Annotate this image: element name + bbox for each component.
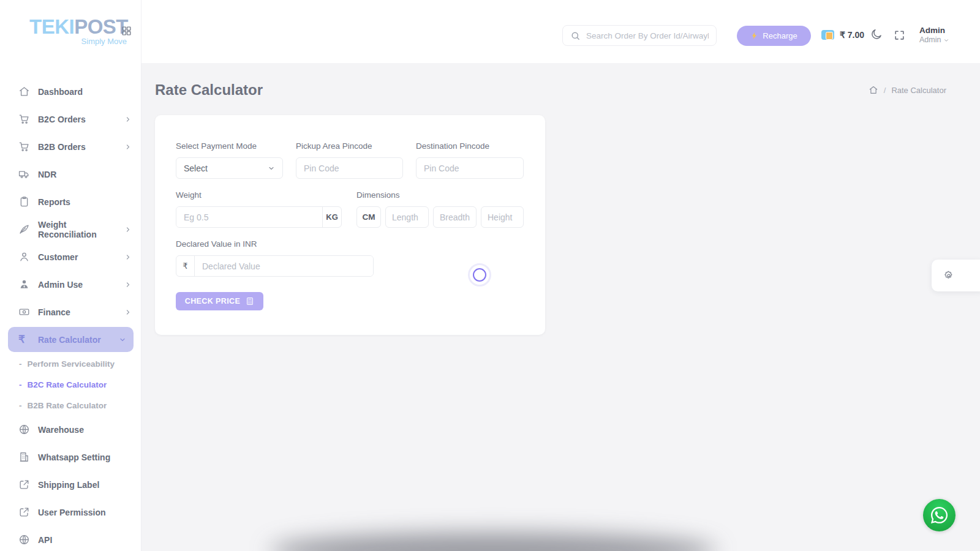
sidebar-subitem-perform-serviceability[interactable]: - Perform Serviceability <box>0 353 141 374</box>
truck-icon <box>18 168 30 180</box>
weight-unit-addon: KG <box>322 207 341 227</box>
home-icon <box>869 85 878 95</box>
sidebar-item-warehouse[interactable]: Warehouse <box>0 416 141 443</box>
sidebar-item-rate-calculator[interactable]: ₹ Rate Calculator <box>8 327 134 352</box>
fullscreen-icon <box>894 29 905 41</box>
chevron-right-icon <box>124 143 132 151</box>
chevron-down-icon <box>943 37 949 43</box>
dimensions-label: Dimensions <box>356 190 524 200</box>
sidebar-item-ndr[interactable]: NDR <box>0 160 141 188</box>
clipboard-icon <box>18 196 30 208</box>
breadcrumb-home[interactable] <box>869 85 878 95</box>
declared-value-input[interactable] <box>195 256 373 276</box>
payment-mode-label: Select Payment Mode <box>176 141 283 151</box>
rupee-icon: ₹ <box>18 333 30 346</box>
loading-spinner-ring <box>473 268 486 282</box>
check-price-button[interactable]: CHECK PRICE <box>176 292 263 310</box>
sidebar-item-b2b-orders[interactable]: B2B Orders <box>0 133 141 160</box>
banknote-icon <box>18 306 30 318</box>
main-content: Rate Calculator / Rate Calculator Select… <box>141 63 980 551</box>
theme-settings-button[interactable] <box>932 260 980 291</box>
calculator-icon <box>246 297 254 305</box>
breadcrumb: / Rate Calculator <box>869 85 946 95</box>
sidebar-subitem-label: Perform Serviceability <box>28 359 115 369</box>
whatsapp-icon <box>930 506 949 525</box>
declared-value-group: ₹ <box>176 255 374 277</box>
destination-pincode-label: Destination Pincode <box>416 141 524 151</box>
length-input[interactable] <box>385 206 429 228</box>
sidebar-subitem-b2b-rate-calculator[interactable]: - B2B Rate Calculator <box>0 395 141 416</box>
dash-marker: - <box>19 401 22 410</box>
sidebar-collapse-toggle[interactable] <box>121 26 132 36</box>
sidebar-item-label: Reports <box>38 197 132 207</box>
brand-name-secondary: POST <box>74 15 128 38</box>
building-icon <box>18 451 30 463</box>
wallet-balance: ₹ 7.00 <box>840 30 864 40</box>
recharge-button[interactable]: Recharge <box>737 26 811 46</box>
brand-logo[interactable]: TEKIPOST Simply Move <box>29 16 128 46</box>
quill-icon <box>18 223 30 235</box>
sidebar-item-customer[interactable]: Customer <box>0 243 141 271</box>
sidebar-item-b2c-orders[interactable]: B2C Orders <box>0 105 141 133</box>
lightning-icon <box>750 31 758 40</box>
chevron-down-icon <box>268 165 275 172</box>
external-link-icon <box>18 479 30 490</box>
whatsapp-chat-button[interactable] <box>923 499 956 531</box>
external-link-icon <box>18 506 30 518</box>
sidebar-item-dashboard[interactable]: Dashboard <box>0 78 141 105</box>
globe-icon <box>18 534 30 545</box>
chevron-right-icon <box>124 116 132 123</box>
globe-icon <box>18 424 30 435</box>
pickup-pincode-label: Pickup Area Pincode <box>296 141 403 151</box>
pickup-pincode-input[interactable] <box>296 157 403 179</box>
chevron-right-icon <box>124 309 132 316</box>
home-icon <box>18 86 30 97</box>
sidebar-subitem-label: B2C Rate Calculator <box>28 380 107 389</box>
chevron-right-icon <box>124 281 132 288</box>
fullscreen-toggle[interactable] <box>894 29 905 41</box>
destination-pincode-input[interactable] <box>416 157 524 179</box>
rate-calculator-card: Select Payment Mode Select Pickup Area P… <box>155 115 545 335</box>
rupee-addon: ₹ <box>176 256 195 276</box>
sidebar-item-shipping-label[interactable]: Shipping Label <box>0 471 141 498</box>
sidebar-item-user-permission[interactable]: User Permission <box>0 498 141 526</box>
sidebar-item-admin-use[interactable]: Admin Use <box>0 271 141 298</box>
user-icon <box>18 251 30 263</box>
sidebar-nav: Dashboard B2C Orders B2B Orders NDR Repo… <box>0 78 141 551</box>
user-menu[interactable]: Admin Admin <box>919 26 949 45</box>
breadcrumb-current: Rate Calculator <box>891 86 946 95</box>
sidebar-item-weight-reconciliation[interactable]: Weight Reconciliation <box>0 216 141 243</box>
sidebar: TEKIPOST Simply Move Dashboard B2C Order… <box>0 0 141 551</box>
search-icon <box>570 31 581 41</box>
topbar: Recharge ₹ 7.00 Admin Admin <box>0 0 980 63</box>
sidebar-subitem-b2c-rate-calculator[interactable]: - B2C Rate Calculator <box>0 374 141 395</box>
search-input[interactable] <box>586 31 709 40</box>
payment-mode-value: Select <box>184 163 208 173</box>
wallet-balance-group[interactable]: ₹ 7.00 <box>821 30 864 40</box>
dark-mode-toggle[interactable] <box>870 28 883 40</box>
gear-icon <box>943 270 954 281</box>
sidebar-item-label: Dashboard <box>38 87 132 97</box>
dash-marker: - <box>19 359 22 369</box>
brand-name-primary: TEKI <box>29 15 74 38</box>
user-name: Admin <box>919 26 949 36</box>
sidebar-item-finance[interactable]: Finance <box>0 298 141 326</box>
dimensions-unit-addon: CM <box>356 206 381 228</box>
sidebar-item-label: Rate Calculator <box>38 335 111 345</box>
sidebar-subitem-label: B2B Rate Calculator <box>28 401 107 410</box>
dash-marker: - <box>19 380 22 389</box>
sidebar-item-label: Finance <box>38 307 116 317</box>
height-input[interactable] <box>481 206 524 228</box>
weight-label: Weight <box>176 190 342 200</box>
page-title: Rate Calculator <box>155 81 263 99</box>
sidebar-item-api[interactable]: API <box>0 526 141 551</box>
sidebar-item-label: Customer <box>38 252 116 262</box>
sidebar-item-whatsapp-setting[interactable]: Whatsapp Setting <box>0 443 141 471</box>
weight-field-group: KG <box>176 206 342 228</box>
sidebar-item-label: B2B Orders <box>38 142 116 152</box>
chevron-right-icon <box>124 226 132 233</box>
payment-mode-select[interactable]: Select <box>176 157 283 179</box>
breadth-input[interactable] <box>433 206 477 228</box>
sidebar-item-reports[interactable]: Reports <box>0 188 141 216</box>
weight-input[interactable] <box>176 207 322 227</box>
